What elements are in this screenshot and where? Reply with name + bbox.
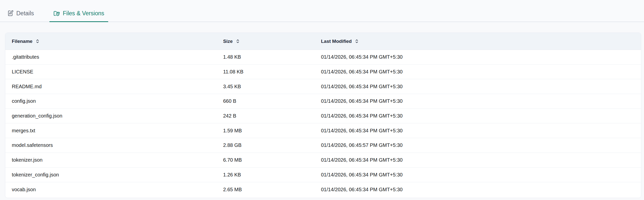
- column-header-last-modified[interactable]: Last Modified: [321, 39, 641, 44]
- table-row[interactable]: generation_config.json 242 B 01/14/2026,…: [5, 109, 641, 124]
- table-row[interactable]: README.md 3.45 KB 01/14/2026, 06:45:34 P…: [5, 79, 641, 94]
- table-row[interactable]: tokenizer_config.json 1.26 KB 01/14/2026…: [5, 168, 641, 182]
- last-modified-cell: 01/14/2026, 06:45:34 PM GMT+5:30: [321, 98, 641, 104]
- size-cell: 6.70 MB: [223, 157, 321, 163]
- table-row[interactable]: merges.txt 1.59 MB 01/14/2026, 06:45:34 …: [5, 123, 641, 138]
- filename-cell[interactable]: README.md: [12, 84, 223, 89]
- last-modified-cell: 01/14/2026, 06:45:34 PM GMT+5:30: [321, 157, 641, 163]
- column-header-size[interactable]: Size: [223, 39, 321, 44]
- table-row[interactable]: tokenizer.json 6.70 MB 01/14/2026, 06:45…: [5, 153, 641, 168]
- last-modified-cell: 01/14/2026, 06:45:34 PM GMT+5:30: [321, 187, 641, 192]
- column-header-last-modified-label: Last Modified: [321, 39, 352, 44]
- filename-cell[interactable]: generation_config.json: [12, 113, 223, 119]
- table-body: .gitattributes 1.48 KB 01/14/2026, 06:45…: [5, 50, 641, 197]
- size-cell: 2.88 GB: [223, 142, 321, 148]
- last-modified-cell: 01/14/2026, 06:45:34 PM GMT+5:30: [321, 113, 641, 119]
- note-edit-icon: [7, 10, 14, 17]
- table-header-row: Filename Size Last Modified: [5, 33, 641, 50]
- tab-files-versions-label: Files & Versions: [63, 10, 104, 17]
- last-modified-cell: 01/14/2026, 06:45:57 PM GMT+5:30: [321, 142, 641, 148]
- size-cell: 1.59 MB: [223, 128, 321, 134]
- sort-updown-icon[interactable]: [36, 39, 39, 44]
- tab-details[interactable]: Details: [3, 5, 38, 22]
- table-row[interactable]: model.safetensors 2.88 GB 01/14/2026, 06…: [5, 138, 641, 153]
- last-modified-cell: 01/14/2026, 06:45:34 PM GMT+5:30: [321, 54, 641, 60]
- filename-cell[interactable]: LICENSE: [12, 69, 223, 75]
- column-header-size-label: Size: [223, 39, 233, 44]
- column-header-filename-label: Filename: [12, 39, 32, 44]
- table-row[interactable]: config.json 660 B 01/14/2026, 06:45:34 P…: [5, 94, 641, 109]
- last-modified-cell: 01/14/2026, 06:45:34 PM GMT+5:30: [321, 172, 641, 178]
- last-modified-cell: 01/14/2026, 06:45:34 PM GMT+5:30: [321, 128, 641, 134]
- last-modified-cell: 01/14/2026, 06:45:34 PM GMT+5:30: [321, 69, 641, 75]
- sort-updown-icon[interactable]: [355, 39, 358, 44]
- column-header-filename[interactable]: Filename: [12, 39, 223, 44]
- filename-cell[interactable]: vocab.json: [12, 187, 223, 192]
- table-row[interactable]: LICENSE 11.08 KB 01/14/2026, 06:45:34 PM…: [5, 65, 641, 79]
- last-modified-cell: 01/14/2026, 06:45:34 PM GMT+5:30: [321, 84, 641, 89]
- size-cell: 1.48 KB: [223, 54, 321, 60]
- filename-cell[interactable]: config.json: [12, 98, 223, 104]
- filename-cell[interactable]: .gitattributes: [12, 54, 223, 60]
- filename-cell[interactable]: merges.txt: [12, 128, 223, 134]
- filename-cell[interactable]: tokenizer_config.json: [12, 172, 223, 178]
- table-row[interactable]: vocab.json 2.65 MB 01/14/2026, 06:45:34 …: [5, 182, 641, 197]
- files-table-card: Filename Size Last Modified: [5, 33, 641, 198]
- tab-details-label: Details: [16, 10, 34, 17]
- size-cell: 1.26 KB: [223, 172, 321, 178]
- filename-cell[interactable]: tokenizer.json: [12, 157, 223, 163]
- size-cell: 660 B: [223, 98, 321, 104]
- size-cell: 242 B: [223, 113, 321, 119]
- sort-updown-icon[interactable]: [236, 39, 239, 44]
- size-cell: 11.08 KB: [223, 69, 321, 75]
- folder-clock-icon: [53, 10, 60, 17]
- size-cell: 3.45 KB: [223, 84, 321, 89]
- tab-bar: Details Files & Versions: [0, 0, 644, 22]
- filename-cell[interactable]: model.safetensors: [12, 142, 223, 148]
- table-row[interactable]: .gitattributes 1.48 KB 01/14/2026, 06:45…: [5, 50, 641, 65]
- tab-files-versions[interactable]: Files & Versions: [49, 5, 108, 22]
- size-cell: 2.65 MB: [223, 187, 321, 192]
